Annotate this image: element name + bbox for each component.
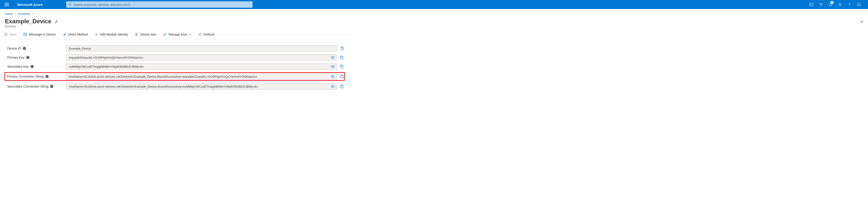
- help-icon[interactable]: ?: [845, 0, 854, 9]
- mail-icon: [24, 33, 27, 36]
- cloud-shell-icon[interactable]: [807, 0, 816, 9]
- secondary-connection-string-row: Secondary Connection String i: [7, 83, 344, 89]
- close-button[interactable]: [860, 20, 864, 24]
- bolt-icon: [63, 33, 66, 36]
- manage-keys-button[interactable]: Manage keys: [162, 32, 193, 37]
- refresh-label: Refresh: [204, 33, 215, 36]
- secondary-key-row: Secondary Key i: [7, 63, 344, 70]
- device-twin-label: Device twin: [140, 33, 156, 36]
- search-icon: [68, 3, 72, 6]
- secondary-connection-string-label: Secondary Connection String i: [7, 85, 66, 88]
- eye-icon[interactable]: [331, 56, 335, 59]
- svg-rect-2: [810, 3, 813, 6]
- device-form: Device ID i Primary Key i Secondary Key …: [0, 39, 351, 99]
- hamburger-menu[interactable]: [4, 3, 9, 6]
- secondary-key-field[interactable]: [66, 63, 337, 70]
- svg-point-5: [857, 3, 861, 6]
- svg-point-3: [839, 4, 841, 5]
- svg-point-11: [332, 57, 333, 58]
- title-row: Example_Device ···: [0, 18, 868, 25]
- copy-button[interactable]: [340, 75, 344, 78]
- device-id-label: Device ID i: [7, 47, 66, 50]
- secondary-connection-string-field[interactable]: [66, 83, 337, 89]
- command-bar: Save Message to Device Direct Method Add…: [0, 30, 351, 39]
- message-label: Message to Device: [29, 33, 56, 36]
- info-icon[interactable]: i: [50, 85, 53, 88]
- svg-rect-14: [341, 65, 343, 68]
- device-id-row: Device ID i: [7, 46, 344, 51]
- brand-label: Microsoft Azure: [17, 3, 43, 6]
- svg-line-1: [70, 5, 71, 6]
- info-icon[interactable]: i: [23, 47, 26, 50]
- filter-icon[interactable]: [816, 0, 826, 9]
- primary-connection-string-label: Primary Connection String i: [7, 75, 66, 78]
- save-button: Save: [3, 32, 18, 37]
- primary-key-field[interactable]: [66, 55, 337, 60]
- svg-point-13: [332, 66, 333, 67]
- copy-button[interactable]: [340, 56, 344, 59]
- key-icon: [163, 33, 166, 36]
- message-to-device-button[interactable]: Message to Device: [22, 32, 57, 37]
- svg-text:?: ?: [848, 2, 850, 6]
- more-icon[interactable]: ···: [61, 20, 65, 23]
- info-icon[interactable]: i: [45, 75, 49, 78]
- refresh-button[interactable]: Refresh: [197, 32, 216, 37]
- svg-rect-8: [24, 33, 27, 35]
- eye-icon[interactable]: [331, 65, 335, 68]
- list-icon: [135, 33, 138, 36]
- breadcrumb-hub[interactable]: 9116Hub: [18, 12, 30, 16]
- primary-key-label: Primary Key i: [7, 56, 66, 59]
- chevron-icon: ›: [15, 12, 16, 16]
- info-icon[interactable]: i: [31, 65, 34, 68]
- svg-rect-16: [341, 76, 343, 78]
- pin-icon[interactable]: [55, 20, 58, 23]
- add-module-identity-button[interactable]: Add Module Identity: [93, 32, 129, 37]
- svg-point-7: [860, 4, 860, 4]
- chevron-icon: ›: [32, 12, 33, 16]
- device-twin-button[interactable]: Device twin: [133, 32, 158, 37]
- settings-icon[interactable]: [835, 0, 844, 9]
- eye-icon[interactable]: [331, 75, 335, 78]
- primary-connection-string-field[interactable]: [66, 74, 337, 79]
- copy-button[interactable]: [340, 85, 344, 88]
- save-label: Save: [9, 33, 17, 36]
- page-subtitle: 9116Hub: [0, 25, 868, 30]
- refresh-icon: [198, 33, 202, 36]
- info-icon[interactable]: i: [26, 56, 29, 59]
- save-icon: [4, 33, 8, 36]
- feedback-icon[interactable]: [855, 0, 864, 9]
- direct-method-button[interactable]: Direct Method: [61, 32, 89, 37]
- svg-rect-18: [341, 85, 343, 88]
- svg-point-6: [858, 4, 859, 4]
- direct-label: Direct Method: [68, 33, 88, 36]
- search-input[interactable]: [73, 3, 250, 6]
- svg-point-0: [69, 3, 71, 5]
- copy-button[interactable]: [340, 65, 344, 68]
- notifications-icon[interactable]: 1: [826, 0, 835, 9]
- header-icons: 1 ?: [807, 0, 864, 9]
- notification-badge: 1: [831, 1, 834, 4]
- manage-keys-label: Manage keys: [168, 33, 187, 36]
- breadcrumb-home[interactable]: Home: [5, 12, 13, 16]
- primary-key-row: Primary Key i: [7, 55, 344, 60]
- secondary-key-label: Secondary Key i: [7, 65, 66, 68]
- global-search[interactable]: [66, 1, 252, 8]
- chevron-down-icon: [189, 33, 191, 35]
- svg-rect-10: [341, 48, 343, 50]
- breadcrumb: Home › 9116Hub ›: [0, 9, 351, 18]
- primary-connection-string-row: Primary Connection String i: [5, 73, 344, 80]
- copy-button[interactable]: [340, 47, 344, 50]
- device-id-field[interactable]: [66, 46, 337, 51]
- eye-icon[interactable]: [331, 85, 335, 88]
- svg-rect-12: [341, 57, 343, 59]
- add-module-label: Add Module Identity: [100, 33, 128, 36]
- azure-header: Microsoft Azure 1 ?: [0, 0, 868, 9]
- svg-point-17: [332, 86, 333, 87]
- page-title: Example_Device: [5, 18, 51, 25]
- plus-icon: [94, 33, 98, 36]
- svg-point-15: [332, 76, 333, 77]
